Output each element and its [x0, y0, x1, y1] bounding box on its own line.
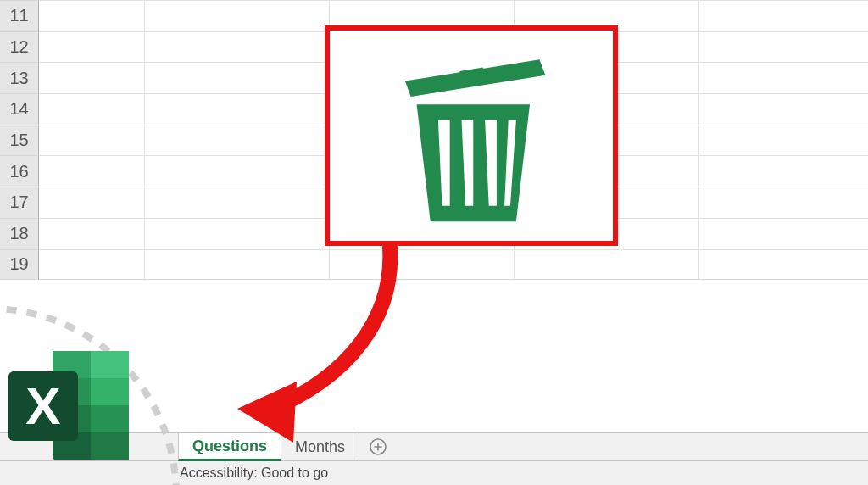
row-header[interactable]: 11 — [0, 0, 39, 31]
accessibility-status: Accessibility: Good to go — [180, 465, 328, 481]
excel-logo: X — [5, 346, 132, 465]
row-header[interactable]: 15 — [0, 125, 39, 156]
sheet-tab-months[interactable]: Months — [281, 433, 359, 460]
svg-rect-12 — [91, 351, 129, 378]
row-header[interactable]: 13 — [0, 62, 39, 93]
new-sheet-button[interactable] — [359, 433, 397, 460]
row-header[interactable]: 19 — [0, 249, 39, 281]
sheet-tab-questions[interactable]: Questions — [178, 433, 281, 461]
svg-text:X: X — [25, 376, 60, 435]
row-cells[interactable] — [39, 249, 868, 281]
grid-row[interactable]: 19 — [0, 249, 868, 281]
row-header[interactable]: 18 — [0, 218, 39, 249]
row-header[interactable]: 16 — [0, 155, 39, 187]
row-header[interactable]: 17 — [0, 187, 39, 218]
svg-rect-14 — [91, 405, 129, 432]
row-header[interactable]: 12 — [0, 31, 39, 63]
annotation-callout — [325, 25, 618, 246]
status-bar: Accessibility: Good to go — [0, 461, 868, 485]
svg-rect-13 — [91, 378, 129, 405]
row-header[interactable]: 14 — [0, 93, 39, 125]
trash-icon — [374, 38, 569, 233]
plus-circle-icon — [368, 437, 388, 457]
svg-rect-15 — [91, 432, 129, 460]
